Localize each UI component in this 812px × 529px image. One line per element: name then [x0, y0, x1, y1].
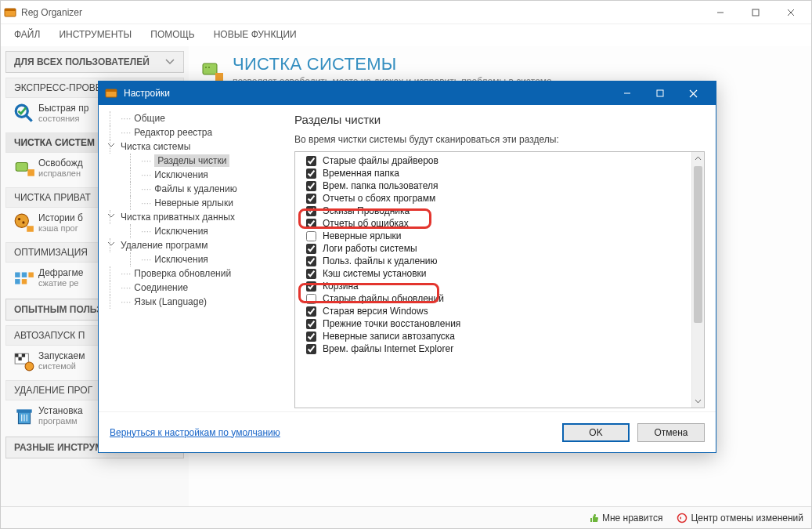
collapse-icon[interactable] — [106, 141, 115, 150]
collapse-icon[interactable] — [106, 240, 115, 248]
thumbs-up-icon — [588, 513, 599, 524]
tree-regedit[interactable]: ····Редактор реестра — [106, 125, 279, 139]
svg-rect-20 — [15, 353, 18, 357]
main-titlebar: Reg Organizer — [1, 1, 811, 24]
checklist-item[interactable]: Старые файлы обновлений — [295, 292, 691, 305]
svg-rect-35 — [106, 89, 117, 92]
undo-center-button[interactable]: Центр отмены изменений — [677, 513, 803, 524]
tree-uninstall-exclusions[interactable]: ····Исключения — [106, 252, 279, 266]
checklist-checkbox[interactable] — [306, 219, 316, 229]
checklist-checkbox[interactable] — [306, 194, 316, 204]
svg-point-23 — [25, 362, 34, 371]
checklist-label: Польз. файлы к удалению — [323, 255, 438, 266]
user-scope-dropdown[interactable]: ДЛЯ ВСЕХ ПОЛЬЗОВАТЕЛЕЙ — [5, 51, 184, 73]
tree-privacy-exclusions[interactable]: ····Исключения — [106, 224, 279, 238]
menu-help[interactable]: ПОМОЩЬ — [141, 24, 204, 46]
tree-privacy-cleanup[interactable]: Чистка приватных данных — [106, 210, 279, 224]
checklist-item[interactable]: Неверные ярлыки — [295, 230, 691, 242]
checklist-checkbox[interactable] — [306, 206, 316, 216]
tree-uninstall[interactable]: Удаление программ — [106, 238, 279, 252]
svg-rect-14 — [15, 272, 20, 277]
dialog-titlebar: Настройки — [99, 82, 716, 105]
chevron-down-icon — [164, 58, 175, 66]
cookie-broom-icon — [13, 212, 35, 233]
checklist-item[interactable]: Старая версия Windows — [295, 305, 691, 317]
svg-rect-3 — [752, 9, 759, 16]
checklist-item[interactable]: Кэш системы установки — [295, 267, 691, 280]
menu-new[interactable]: НОВЫЕ ФУНКЦИИ — [204, 24, 306, 46]
checklist-label: Врем. файлы Internet Explorer — [323, 343, 453, 354]
tree-update-check[interactable]: ····Проверка обновлений — [106, 266, 279, 281]
checklist-label: Неверные ярлыки — [323, 230, 402, 241]
checklist-checkbox[interactable] — [306, 256, 316, 266]
svg-rect-18 — [22, 279, 27, 284]
svg-point-30 — [205, 67, 207, 68]
checklist-checkbox[interactable] — [306, 306, 316, 317]
checklist-checkbox[interactable] — [306, 344, 316, 354]
like-button[interactable]: Мне нравится — [588, 513, 663, 524]
svg-point-12 — [22, 221, 24, 223]
checklist-checkbox[interactable] — [306, 269, 316, 279]
tree-bad-shortcuts[interactable]: ····Неверные ярлыки — [106, 196, 279, 210]
checklist-label: Прежние точки восстановления — [323, 318, 460, 329]
maximize-button[interactable] — [738, 2, 773, 24]
reset-defaults-link[interactable]: Вернуться к настройкам по умолчанию — [110, 427, 280, 438]
svg-rect-21 — [22, 353, 25, 357]
checklist-checkbox[interactable] — [306, 294, 316, 304]
cancel-button[interactable]: Отмена — [637, 423, 705, 442]
checklist-checkbox[interactable] — [306, 231, 316, 241]
dialog-maximize-button[interactable] — [644, 83, 677, 103]
tree-exclusions[interactable]: ····Исключения — [106, 168, 279, 182]
checklist-label: Кэш системы установки — [323, 268, 427, 279]
checklist-item[interactable]: Старые файлы драйверов — [295, 154, 691, 167]
checklist-checkbox[interactable] — [306, 181, 316, 191]
checklist-checkbox[interactable] — [306, 244, 316, 254]
app-icon — [4, 6, 16, 19]
settings-tree[interactable]: ····Общие ····Редактор реестра Чистка си… — [99, 105, 283, 411]
checklist-item[interactable]: Временная папка — [295, 167, 691, 179]
checklist-item[interactable]: Отчеты об ошибках — [295, 217, 691, 230]
tree-connection[interactable]: ····Соединение — [106, 281, 279, 295]
dialog-close-button[interactable] — [677, 83, 709, 103]
checklist-label: Старая версия Windows — [323, 306, 428, 317]
scroll-up-icon[interactable] — [692, 152, 704, 165]
tree-language[interactable]: ····Язык (Language) — [106, 295, 279, 309]
tree-files-to-delete[interactable]: ····Файлы к удалению — [106, 182, 279, 196]
flag-gear-icon — [13, 350, 35, 371]
close-button[interactable] — [773, 2, 808, 24]
tree-syscleanup[interactable]: Чистка системы — [106, 139, 279, 154]
svg-point-10 — [15, 214, 28, 227]
checklist-item[interactable]: Отчеты о сбоях программ — [295, 192, 691, 205]
svg-rect-15 — [22, 272, 27, 277]
svg-rect-9 — [27, 169, 34, 176]
minimize-button[interactable] — [702, 2, 738, 24]
checklist-item[interactable]: Неверные записи автозапуска — [295, 330, 691, 342]
scroll-down-icon[interactable] — [692, 395, 704, 408]
checklist-item[interactable]: Эскизы Проводника — [295, 205, 691, 217]
tree-sections[interactable]: ····Разделы чистки — [106, 154, 279, 168]
dialog-minimize-button[interactable] — [611, 83, 644, 103]
tree-general[interactable]: ····Общие — [106, 111, 279, 125]
checklist-checkbox[interactable] — [306, 168, 316, 179]
checklist-item[interactable]: Прежние точки восстановления — [295, 317, 691, 330]
scrollbar[interactable] — [691, 152, 704, 408]
checklist-item[interactable]: Корзина — [295, 280, 691, 292]
checklist-item[interactable]: Врем. папка пользователя — [295, 179, 691, 192]
ok-button[interactable]: OK — [562, 423, 630, 442]
checklist-item[interactable]: Логи работы системы — [295, 242, 691, 255]
checklist-checkbox[interactable] — [306, 156, 316, 166]
checklist-item[interactable]: Врем. файлы Internet Explorer — [295, 342, 691, 355]
menu-tools[interactable]: ИНСТРУМЕНТЫ — [49, 24, 141, 46]
svg-rect-13 — [27, 226, 34, 232]
scroll-thumb[interactable] — [694, 166, 702, 323]
svg-rect-37 — [657, 90, 663, 96]
checklist-checkbox[interactable] — [306, 319, 316, 329]
checklist-item[interactable]: Польз. файлы к удалению — [295, 255, 691, 267]
checklist-checkbox[interactable] — [306, 281, 316, 292]
checklist-label: Эскизы Проводника — [323, 205, 410, 216]
svg-rect-25 — [16, 409, 31, 412]
collapse-icon[interactable] — [106, 212, 115, 220]
svg-rect-17 — [15, 279, 20, 284]
checklist-checkbox[interactable] — [306, 332, 316, 342]
menu-file[interactable]: ФАЙЛ — [5, 24, 49, 46]
